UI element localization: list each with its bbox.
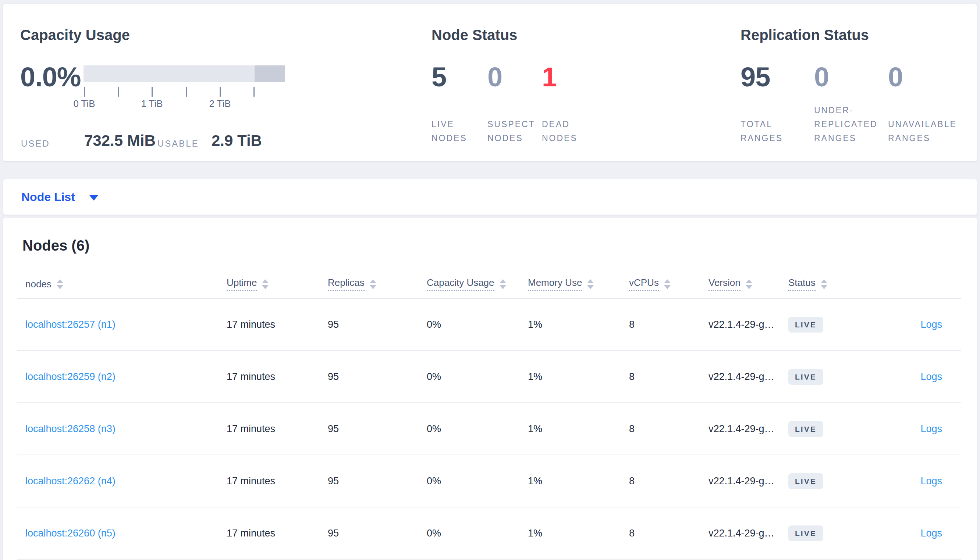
status-badge: LIVE <box>788 421 823 437</box>
memory-cell: 1% <box>528 371 629 383</box>
capacity-tick-label-1: 1 TiB <box>126 98 178 110</box>
sort-icon[interactable] <box>500 279 506 289</box>
total-ranges-label: TOTAL RANGES <box>741 117 809 145</box>
vcpus-cell: 8 <box>629 371 709 383</box>
capacity-cell: 0% <box>427 528 528 539</box>
memory-cell: 1% <box>528 475 629 487</box>
sort-icon[interactable] <box>57 279 63 289</box>
replication-status-title: Replication Status <box>741 28 869 42</box>
live-nodes-label: LIVE NODES <box>431 117 487 145</box>
under-replicated-ranges-count: 0 <box>814 63 829 91</box>
vcpus-cell: 8 <box>629 319 709 330</box>
vcpus-cell: 8 <box>629 423 709 435</box>
capacity-cell: 0% <box>427 319 528 330</box>
node-link[interactable]: localhost:26259 (n2) <box>25 371 115 383</box>
column-header-replicas[interactable]: Replicas <box>328 277 427 292</box>
memory-cell: 1% <box>528 423 629 435</box>
node-link[interactable]: localhost:26262 (n4) <box>25 475 115 487</box>
sort-icon[interactable] <box>370 279 376 289</box>
capacity-usage-title: Capacity Usage <box>20 28 130 42</box>
uptime-cell: 17 minutes <box>227 319 328 330</box>
uptime-cell: 17 minutes <box>227 371 328 383</box>
memory-cell: 1% <box>528 319 629 330</box>
replicas-cell: 95 <box>328 528 427 539</box>
capacity-gauge-tail <box>254 65 285 82</box>
node-list-dropdown[interactable]: Node List <box>21 179 99 215</box>
nodes-table-header-row: nodes Uptime Replicas Capacity Usage Mem… <box>17 270 961 299</box>
cluster-summary-card: Capacity Usage 0.0% 0 TiB 1 TiB 2 TiB US… <box>3 4 977 162</box>
under-replicated-ranges-label: UNDER-REPLICATED RANGES <box>814 103 888 145</box>
node-status-title: Node Status <box>431 28 517 42</box>
replicas-cell: 95 <box>328 319 427 330</box>
replicas-cell: 95 <box>328 371 427 383</box>
logs-link[interactable]: Logs <box>920 528 942 539</box>
uptime-cell: 17 minutes <box>227 423 328 435</box>
table-row: localhost:26257 (n1) 17 minutes 95 0% 1%… <box>17 299 961 351</box>
capacity-tick-label-2: 2 TiB <box>194 98 246 110</box>
vcpus-cell: 8 <box>629 528 709 539</box>
capacity-tick-label-0: 0 TiB <box>59 98 110 110</box>
uptime-cell: 17 minutes <box>227 475 328 487</box>
capacity-cell: 0% <box>427 423 528 435</box>
capacity-scale-tick <box>220 87 221 97</box>
unavailable-ranges-label: UNAVAILABLE RANGES <box>888 117 967 145</box>
capacity-usable-value: 2.9 TiB <box>212 132 262 150</box>
logs-link[interactable]: Logs <box>920 371 942 383</box>
column-header-vcpus[interactable]: vCPUs <box>629 277 709 292</box>
capacity-cell: 0% <box>427 475 528 487</box>
capacity-cell: 0% <box>427 371 528 383</box>
sort-icon[interactable] <box>821 279 827 289</box>
dead-nodes-label: DEAD NODES <box>542 117 597 145</box>
capacity-scale-tick <box>84 87 85 97</box>
sort-icon[interactable] <box>746 279 752 289</box>
capacity-scale-tick <box>152 87 153 97</box>
capacity-gauge-bar <box>84 65 285 82</box>
column-header-uptime[interactable]: Uptime <box>227 277 328 292</box>
vcpus-cell: 8 <box>629 475 709 487</box>
table-row: localhost:26258 (n3) 17 minutes 95 0% 1%… <box>17 403 961 455</box>
logs-link[interactable]: Logs <box>920 423 942 435</box>
total-ranges-count: 95 <box>741 63 770 91</box>
table-row: localhost:26259 (n2) 17 minutes 95 0% 1%… <box>17 351 961 403</box>
capacity-scale-tick <box>118 87 119 97</box>
node-link[interactable]: localhost:26260 (n5) <box>25 528 115 539</box>
nodes-section-title: Nodes (6) <box>22 238 89 253</box>
logs-link[interactable]: Logs <box>920 475 942 487</box>
version-cell: v22.1.4-29-g… <box>709 475 788 487</box>
sort-icon[interactable] <box>262 279 269 289</box>
version-cell: v22.1.4-29-g… <box>709 423 788 435</box>
column-header-nodes[interactable]: nodes <box>17 279 227 290</box>
status-badge: LIVE <box>788 473 823 489</box>
column-header-capacity-usage[interactable]: Capacity Usage <box>427 277 528 292</box>
chevron-down-icon <box>89 195 99 201</box>
replicas-cell: 95 <box>328 423 427 435</box>
version-cell: v22.1.4-29-g… <box>709 528 788 539</box>
unavailable-ranges-count: 0 <box>888 63 903 91</box>
suspect-nodes-label: SUSPECT NODES <box>487 117 543 145</box>
capacity-percent: 0.0% <box>20 63 81 91</box>
table-row: localhost:26262 (n4) 17 minutes 95 0% 1%… <box>17 455 961 507</box>
replicas-cell: 95 <box>328 475 427 487</box>
sort-icon[interactable] <box>587 279 594 289</box>
table-row: localhost:26260 (n5) 17 minutes 95 0% 1%… <box>17 507 961 560</box>
cluster-overview-page: Capacity Usage 0.0% 0 TiB 1 TiB 2 TiB US… <box>0 0 980 560</box>
sort-icon[interactable] <box>664 279 671 289</box>
node-list-dropdown-label: Node List <box>21 191 75 203</box>
node-link[interactable]: localhost:26257 (n1) <box>25 319 115 330</box>
uptime-cell: 17 minutes <box>227 528 328 539</box>
node-list-card: Nodes (6) nodes Uptime Replicas Capacity… <box>3 217 977 560</box>
capacity-used-value: 732.5 MiB <box>84 132 156 150</box>
suspect-nodes-count: 0 <box>487 63 502 91</box>
column-header-version[interactable]: Version <box>709 277 788 292</box>
column-header-status[interactable]: Status <box>788 277 869 292</box>
dead-nodes-count: 1 <box>542 63 557 91</box>
status-badge: LIVE <box>788 317 823 333</box>
logs-link[interactable]: Logs <box>920 319 942 330</box>
capacity-usable-label: USABLE <box>157 138 199 149</box>
column-header-memory-use[interactable]: Memory Use <box>528 277 629 292</box>
version-cell: v22.1.4-29-g… <box>709 319 788 330</box>
memory-cell: 1% <box>528 528 629 539</box>
node-link[interactable]: localhost:26258 (n3) <box>25 423 115 435</box>
nodes-table: nodes Uptime Replicas Capacity Usage Mem… <box>17 270 961 560</box>
version-cell: v22.1.4-29-g… <box>709 371 788 383</box>
